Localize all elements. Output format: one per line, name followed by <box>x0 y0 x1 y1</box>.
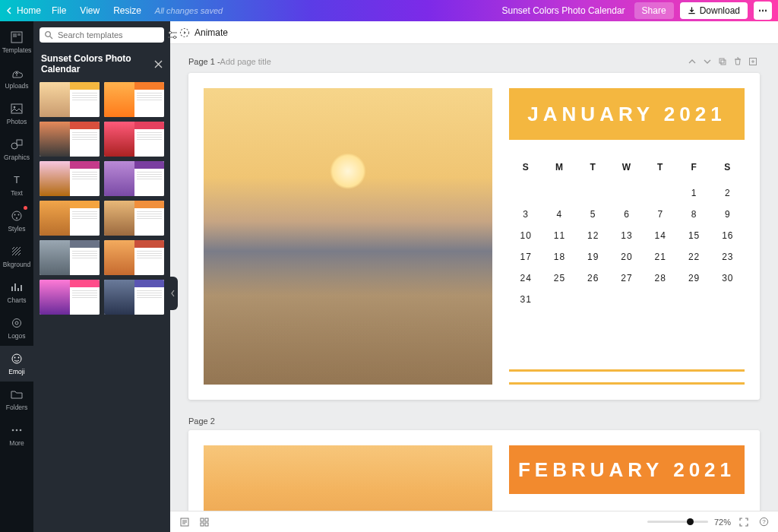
thumb-photo <box>104 82 134 117</box>
svg-point-14 <box>12 354 21 363</box>
rail-uploads[interactable]: Uploads <box>0 60 33 96</box>
calendar-grid-january[interactable]: SMTWTFS123456789101112131415161718192021… <box>509 157 745 310</box>
search-templates-field[interactable] <box>40 27 164 43</box>
add-page-icon[interactable] <box>746 55 760 68</box>
page-1[interactable]: JANUARY 2021 SMTWTFS12345678910111213141… <box>188 73 760 400</box>
template-thumb-7[interactable] <box>40 201 100 236</box>
file-menu[interactable]: File <box>52 5 66 16</box>
day-cell <box>577 289 610 310</box>
bottom-bar: 72% ? <box>170 511 778 532</box>
month-banner-february[interactable]: FEBRUARY 2021 <box>509 445 745 494</box>
chevron-up-icon[interactable] <box>685 55 699 68</box>
page2-header: Page 2 <box>188 416 760 426</box>
notes-icon[interactable] <box>178 515 191 529</box>
rail-charts[interactable]: Charts <box>0 274 33 310</box>
zoom-label[interactable]: 72% <box>714 518 731 527</box>
rail-templates[interactable]: Templates <box>0 24 33 60</box>
dow-cell: W <box>610 157 644 178</box>
logos-icon <box>10 316 24 330</box>
canvas-area: Animate Page 1 - Add page title JANUARY … <box>170 21 778 532</box>
day-cell <box>577 182 610 204</box>
delete-page-icon[interactable] <box>731 55 745 68</box>
rail-logos[interactable]: Logos <box>0 310 33 346</box>
canvas-scroller[interactable]: Page 1 - Add page title JANUARY 2021 SMT… <box>170 44 778 511</box>
template-thumb-4[interactable] <box>104 122 164 157</box>
more-button[interactable]: ⋯ <box>754 2 772 20</box>
rail-styles[interactable]: Styles <box>0 203 33 239</box>
chevron-down-icon[interactable] <box>701 55 714 68</box>
day-cell <box>542 289 576 310</box>
search-icon <box>44 30 53 40</box>
day-cell: 21 <box>644 246 677 268</box>
rail-graphics[interactable]: Graphics <box>0 131 33 167</box>
emoji-icon <box>10 352 24 366</box>
rail-label: Bkground <box>3 261 30 268</box>
view-menu[interactable]: View <box>80 5 100 16</box>
help-icon[interactable]: ? <box>757 515 770 529</box>
rail-more[interactable]: More <box>0 417 33 453</box>
animate-button[interactable]: Animate <box>194 27 228 38</box>
day-cell: 25 <box>542 268 576 289</box>
thumb-calendar <box>134 201 165 236</box>
thumb-photo <box>104 240 134 275</box>
top-menubar: Home File View Resize All changes saved … <box>0 0 778 21</box>
month-banner-january[interactable]: JANUARY 2021 <box>509 88 745 140</box>
document-name[interactable]: Sunset Colors Photo Calendar <box>502 5 625 16</box>
grid-view-icon[interactable] <box>198 515 211 529</box>
rail-photos[interactable]: Photos <box>0 96 33 131</box>
thumb-calendar <box>70 82 100 117</box>
rail-folders[interactable]: Folders <box>0 382 33 417</box>
day-cell: 26 <box>577 268 610 289</box>
search-input[interactable] <box>58 30 163 40</box>
day-cell: 20 <box>610 246 644 268</box>
page2-photo[interactable] <box>204 445 492 511</box>
collapse-panel-button[interactable] <box>169 277 178 310</box>
page1-photo[interactable] <box>204 88 492 385</box>
template-thumb-9[interactable] <box>40 240 100 275</box>
resize-menu[interactable]: Resize <box>113 5 141 16</box>
day-cell: 28 <box>644 268 677 289</box>
fullscreen-icon[interactable] <box>737 515 751 529</box>
home-button[interactable]: Home <box>6 5 41 16</box>
template-thumb-10[interactable] <box>104 240 164 275</box>
template-thumb-6[interactable] <box>104 161 164 196</box>
day-cell: 9 <box>711 204 745 225</box>
template-thumb-1[interactable] <box>40 82 100 117</box>
page1-title-input[interactable]: Add page title <box>220 57 271 66</box>
day-cell: 2 <box>711 182 745 204</box>
template-thumb-11[interactable] <box>40 280 100 315</box>
day-cell: 3 <box>509 204 542 225</box>
dow-cell: S <box>509 157 542 178</box>
rail-text[interactable]: TText <box>0 167 33 203</box>
template-thumb-2[interactable] <box>104 82 164 117</box>
rail-bkground[interactable]: Bkground <box>0 239 33 274</box>
thumb-calendar <box>70 240 100 275</box>
rail-label: Graphics <box>4 154 30 161</box>
svg-point-4 <box>14 106 16 109</box>
day-cell: 1 <box>677 182 710 204</box>
uploads-icon <box>10 66 24 80</box>
close-icon[interactable] <box>154 60 163 68</box>
template-thumb-12[interactable] <box>104 280 164 315</box>
day-cell <box>610 182 644 204</box>
animate-icon[interactable] <box>179 27 190 38</box>
day-cell: 7 <box>644 204 677 225</box>
template-thumb-5[interactable] <box>40 161 100 196</box>
sliders-icon[interactable] <box>167 30 178 40</box>
day-cell <box>542 182 576 204</box>
page-2[interactable]: FEBRUARY 2021 SMTWTFS <box>188 430 760 511</box>
svg-text:?: ? <box>762 518 766 525</box>
rail-emoji[interactable]: Emoji <box>0 346 33 382</box>
template-thumb-3[interactable] <box>40 122 100 157</box>
thumb-photo <box>40 201 70 236</box>
day-cell: 11 <box>542 225 576 246</box>
svg-point-13 <box>15 321 18 325</box>
duplicate-page-icon[interactable] <box>716 55 729 68</box>
download-button[interactable]: Download <box>680 2 748 19</box>
dow-cell: F <box>677 157 710 178</box>
zoom-slider[interactable] <box>647 521 708 523</box>
share-button[interactable]: Share <box>634 2 674 19</box>
rail-label: Photos <box>7 118 27 125</box>
svg-text:T: T <box>14 174 20 185</box>
template-thumb-8[interactable] <box>104 201 164 236</box>
